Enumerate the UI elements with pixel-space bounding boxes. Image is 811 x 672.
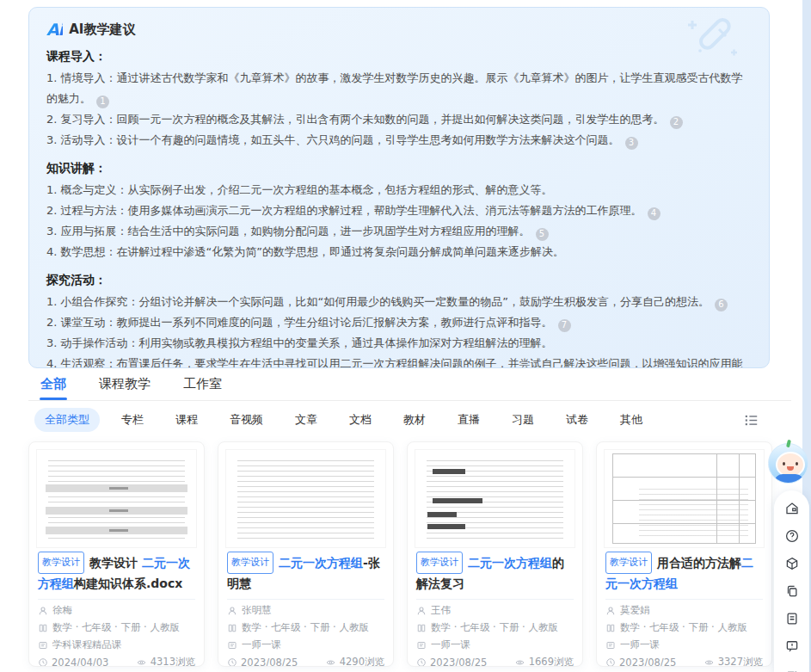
filter-all-types[interactable]: 全部类型 [34, 408, 100, 432]
filter-exercise[interactable]: 习题 [501, 408, 544, 432]
clock-icon [605, 657, 616, 668]
filter-other[interactable]: 其他 [610, 408, 653, 432]
card-divider [227, 599, 384, 600]
assistant-mascot-avatar[interactable] [768, 443, 808, 484]
channel-row: 学科课程精品课 [38, 638, 195, 651]
document-icon[interactable] [784, 611, 800, 626]
line-text: 2. 课堂互动：教师提出一系列不同难度的问题，学生分组讨论后汇报解决方案，教师进… [46, 316, 553, 329]
author-name: 王伟 [431, 604, 451, 617]
line-text: 2. 复习导入：回顾一元一次方程的概念及其解法，引出含有两个未知数的问题，并提出… [46, 113, 665, 126]
tab-all[interactable]: 全部 [40, 372, 66, 400]
citation-badge[interactable]: 1 [96, 96, 109, 108]
course-row: 数学 · 七年级 · 下册 · 人教版 [605, 621, 763, 634]
author-name: 徐梅 [52, 604, 72, 617]
filter-live[interactable]: 直播 [447, 408, 490, 432]
author-row: 莫爱娟 [605, 604, 763, 617]
view-count: 1669浏览 [529, 656, 574, 667]
card-meta: 徐梅 数学 · 七年级 · 下册 · 人教版 学科课程精品课 2024/04/0… [29, 604, 204, 667]
section-heading-course-intro: 课程导入： [46, 49, 752, 65]
document-thumbnail [225, 449, 386, 548]
line-text: 1. 情境导入：通过讲述古代数学家和《九章算术》的故事，激发学生对数学历史的兴趣… [46, 71, 743, 105]
panel-title: AI教学建议 [69, 22, 135, 38]
publish-date: 2024/04/03 [52, 657, 108, 668]
tab-studio[interactable]: 工作室 [183, 372, 222, 400]
channel-name: 一师一课 [431, 638, 470, 651]
person-icon [605, 606, 616, 616]
document-thumbnail [36, 449, 197, 548]
citation-badge[interactable]: 4 [648, 207, 660, 220]
suggestion-line: 4. 数学思想：在讲解过程中渗透“化繁为简”的数学思想，即通过将复杂问题分解成简… [46, 242, 752, 262]
clock-icon [416, 657, 427, 668]
card-meta: 张明慧 数学 · 七年级 · 下册 · 人教版 一师一课 2023/08/25 … [218, 604, 393, 667]
tab-course-teaching[interactable]: 课程教学 [99, 372, 151, 400]
view-count: 4290浏览 [340, 656, 384, 667]
course-info: 数学 · 七年级 · 下册 · 人教版 [431, 621, 558, 634]
citation-badge[interactable]: 6 [715, 299, 728, 311]
course-info: 数学 · 七年级 · 下册 · 人教版 [242, 621, 369, 634]
channel-name: 一师一课 [242, 638, 281, 651]
filter-audio-video[interactable]: 音视频 [219, 408, 273, 432]
list-view-icon [744, 414, 759, 427]
type-badge: 教学设计 [605, 552, 652, 574]
resource-card-3[interactable]: 教学设计二元一次方程组的解法复习 王伟 数学 · 七年级 · 下册 · 人教版 … [407, 441, 583, 667]
title-segment-highlight: 二元一次方程组 [468, 556, 552, 570]
resource-card-1[interactable]: 教学设计教学设计 二元一次方程组构建知识体系.docx 徐梅 数学 · 七年级 … [28, 441, 205, 667]
resource-card-4[interactable]: 教学设计用合适的方法解二元一次方程组 莫爱娟 数学 · 七年级 · 下册 · 人… [596, 441, 772, 667]
filter-exam[interactable]: 试卷 [556, 408, 599, 432]
menu-icon[interactable] [784, 666, 800, 672]
copy-icon[interactable] [784, 583, 800, 599]
type-badge: 教学设计 [227, 552, 273, 574]
feedback-icon[interactable] [784, 638, 800, 654]
citation-badge[interactable]: 3 [625, 137, 638, 150]
suggestion-line: 2. 过程与方法：使用多媒体动画演示二元一次方程组的求解过程，帮助学生理解代入法… [46, 200, 752, 221]
suggestion-line: 4. 生活观察：布置课后任务，要求学生在生活中寻找可以用二元一次方程组解决问题的… [46, 354, 752, 368]
filter-document[interactable]: 文档 [339, 408, 382, 432]
course-info: 数学 · 七年级 · 下册 · 人教版 [620, 621, 747, 634]
suggestion-line: 3. 应用与拓展：结合生活中的实际问题，如购物分配问题，进一步巩固学生对方程组应… [46, 221, 752, 242]
line-text: 3. 活动导入：设计一个有趣的问题情境，如五头牛、六只鸡的问题，引导学生思考如何… [46, 133, 620, 146]
person-icon [416, 606, 427, 616]
citation-badge[interactable]: 7 [558, 319, 571, 332]
card-meta: 王伟 数学 · 七年级 · 下册 · 人教版 一师一课 2023/08/25 1… [408, 604, 582, 667]
channel-name: 学科课程精品课 [52, 638, 122, 651]
publish-date: 2023/08/25 [619, 657, 676, 668]
type-badge: 教学设计 [38, 552, 84, 574]
book-icon [227, 623, 237, 633]
card-title: 教学设计用合适的方法解二元一次方程组 [597, 552, 771, 593]
home-icon[interactable] [784, 501, 800, 516]
course-row: 数学 · 七年级 · 下册 · 人教版 [227, 621, 384, 634]
filter-textbook[interactable]: 教材 [393, 408, 436, 432]
line-text: 1. 小组合作探究：分组讨论并解决一个实际问题，比如“如何用最少的钱购买一定数量… [46, 295, 710, 308]
result-tabs: 全部 课程教学 工作室 [28, 372, 791, 401]
collection-icon [38, 640, 48, 650]
view-count: 4313浏览 [151, 656, 195, 667]
suggestion-line: 1. 小组合作探究：分组讨论并解决一个实际问题，比如“如何用最少的钱购买一定数量… [46, 292, 752, 312]
card-meta: 莫爱娟 数学 · 七年级 · 下册 · 人教版 一师一课 2023/08/25 … [597, 604, 771, 667]
cube-icon[interactable] [784, 556, 800, 571]
filter-column[interactable]: 专栏 [111, 408, 154, 432]
card-divider [416, 599, 574, 600]
author-row: 张明慧 [227, 604, 384, 617]
citation-badge[interactable]: 5 [536, 228, 549, 241]
list-view-toggle[interactable] [744, 414, 759, 427]
author-name: 莫爱娟 [620, 604, 650, 617]
course-row: 数学 · 七年级 · 下册 · 人教版 [38, 621, 195, 634]
type-badge: 教学设计 [416, 552, 463, 574]
card-title: 教学设计教学设计 二元一次方程组构建知识体系.docx [29, 552, 204, 593]
title-segment-highlight: 二元一次方程组 [279, 556, 363, 570]
line-text: 4. 数学思想：在讲解过程中渗透“化繁为简”的数学思想，即通过将复杂问题分解成简… [46, 245, 564, 258]
resource-card-2[interactable]: 教学设计二元一次方程组-张明慧 张明慧 数学 · 七年级 · 下册 · 人教版 … [218, 441, 394, 667]
line-text: 3. 动手操作活动：利用实物或教具模拟方程组中的变量关系，通过具体操作加深对方程… [46, 336, 553, 349]
help-icon[interactable] [784, 528, 800, 544]
card-divider [38, 599, 195, 600]
resource-card-grid: 教学设计教学设计 二元一次方程组构建知识体系.docx 徐梅 数学 · 七年级 … [28, 441, 772, 667]
title-segment: 教学设计 [89, 556, 142, 570]
channel-row: 一师一课 [416, 638, 574, 651]
person-icon [227, 606, 237, 616]
suggestion-line: 1. 概念与定义：从实际例子出发，介绍二元一次方程组的基本概念，包括方程组的形式… [46, 180, 752, 200]
filter-article[interactable]: 文章 [285, 408, 328, 432]
filter-course[interactable]: 课程 [165, 408, 208, 432]
document-thumbnail [415, 449, 575, 548]
author-row: 徐梅 [38, 604, 195, 617]
citation-badge[interactable]: 2 [670, 116, 683, 129]
